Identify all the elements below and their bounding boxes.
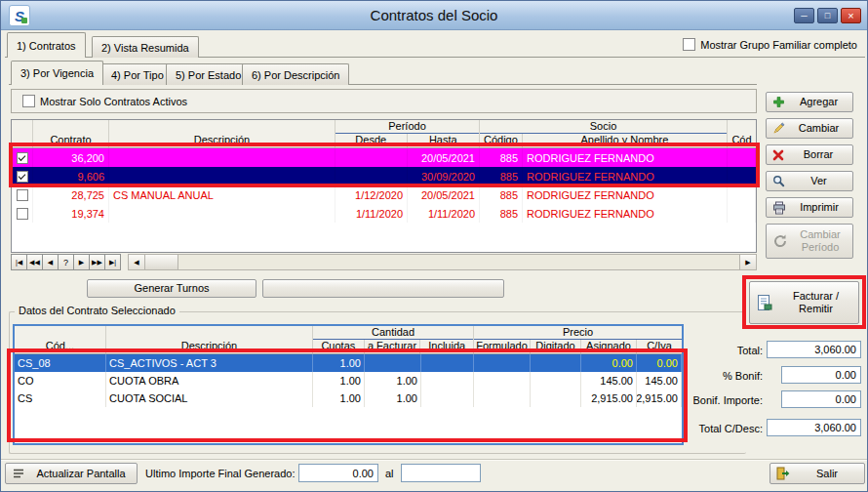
al-label: al — [385, 468, 394, 479]
total-desc-field[interactable]: 3,060.00 — [767, 419, 861, 436]
row-1-checkbox[interactable] — [17, 152, 28, 164]
vcr-first-button[interactable]: |◀ — [11, 254, 27, 270]
detalle-row-1-asignado: 0.00 — [581, 354, 637, 372]
solo-activos-checkbox[interactable]: Mostrar Solo Contratos Activos — [22, 95, 187, 107]
contratos-grid: Contrato Descripción Período Desde Hasta… — [11, 119, 757, 253]
row-4-hasta: 1/11/2020 — [408, 204, 480, 223]
solo-activos-checkbox-box[interactable] — [22, 95, 35, 107]
refresh-arrows-icon — [772, 233, 788, 249]
detalle-row-2-asignado: 145.00 — [581, 372, 637, 390]
row-4-checkbox[interactable] — [17, 208, 28, 220]
row-2-codigo: 885 — [480, 167, 523, 185]
detalle-header-incluida[interactable]: Incluida — [420, 340, 473, 353]
row-3-nombre: RODRIGUEZ FERNANDO — [523, 185, 728, 204]
bonif-importe-label: Bonif. Importe: — [645, 394, 763, 406]
generar-turnos-button[interactable]: Generar Turnos — [87, 279, 256, 298]
cambiar-button[interactable]: Cambiar — [766, 118, 853, 139]
vcr-page-up-button[interactable]: ◀◀ — [26, 254, 43, 270]
secondary-action-button[interactable] — [262, 279, 504, 298]
detalle-row-2-incluida — [421, 372, 474, 390]
scrollbar-thumb[interactable] — [145, 255, 178, 269]
vcr-page-down-button[interactable]: ▶▶ — [89, 254, 105, 270]
row-3-checkbox[interactable] — [17, 189, 28, 201]
detalle-row-1[interactable]: CS_08 CS_ACTIVOS - ACT 3 1.00 0.00 0.00 — [15, 354, 682, 372]
horizontal-scrollbar[interactable]: ◀ ▶ — [128, 254, 757, 270]
bonif-label: % Bonif: — [645, 370, 763, 382]
detalle-header-formulado[interactable]: Formulado — [474, 340, 531, 353]
total-label: Total: — [645, 345, 763, 356]
contrato-row-3[interactable]: 28,725 CS MANUAL ANUAL 1/12/2020 20/05/2… — [12, 185, 756, 204]
bonif-importe-field[interactable]: 0.00 — [781, 390, 861, 408]
tab-contratos[interactable]: 1) Contratos — [7, 32, 86, 58]
scroll-right-icon[interactable]: ▶ — [739, 255, 756, 269]
ultimo-importe-field[interactable]: 0.00 — [298, 464, 378, 482]
contrato-row-1[interactable]: 36,200 20/05/2021 885 RODRIGUEZ FERNANDO — [12, 148, 756, 167]
header-apellido-nombre[interactable]: Apellido y Nombre — [523, 134, 727, 147]
detalle-header-a-facturar[interactable]: a Facturar — [365, 340, 421, 353]
contrato-row-4[interactable]: 19,374 1/11/2020 1/11/2020 885 RODRIGUEZ… — [12, 204, 756, 223]
imprimir-label: Imprimir — [786, 201, 852, 214]
total-field[interactable]: 3,060.00 — [767, 341, 861, 358]
header-cod-truncated: Cód — [728, 120, 756, 147]
detalle-header-descripcion[interactable]: Descripción — [106, 326, 313, 353]
header-hasta[interactable]: Hasta — [408, 134, 480, 147]
tab-por-estado[interactable]: 5) Por Estado — [166, 63, 251, 85]
detalle-row-3-incluida — [421, 390, 474, 407]
detalle-row-3-digitado — [531, 390, 581, 407]
vcr-locate-button[interactable]: ? — [58, 254, 74, 270]
facturar-remitir-button[interactable]: Facturar /Remitir — [749, 281, 859, 324]
invoice-document-icon — [756, 294, 773, 311]
row-3-desde: 1/12/2020 — [335, 185, 408, 204]
row-2-hasta: 30/09/2020 — [408, 167, 480, 185]
detalle-row-3-asignado: 2,915.00 — [581, 390, 637, 407]
scroll-left-icon[interactable]: ◀ — [129, 255, 145, 269]
detalle-row-3[interactable]: CS CUOTA SOCIAL 1.00 1.00 2,915.00 2,915… — [15, 390, 682, 407]
header-periodo-label: Período — [335, 120, 479, 134]
cambiar-periodo-button[interactable]: CambiarPeríodo — [766, 224, 853, 259]
header-descripcion[interactable]: Descripción — [109, 120, 335, 147]
actualizar-pantalla-button[interactable]: Actualizar Pantalla — [5, 463, 138, 484]
row-2-descripcion — [109, 167, 335, 185]
grupo-familiar-checkbox-box[interactable] — [683, 38, 695, 51]
detalle-header-cuotas[interactable]: Cuotas — [313, 340, 365, 353]
tab-vista-resumida[interactable]: 2) Vista Resumida — [92, 36, 199, 58]
vcr-last-button[interactable]: ▶| — [104, 254, 121, 270]
borrar-button[interactable]: Borrar — [766, 144, 853, 165]
magnifier-icon — [772, 175, 785, 187]
tab-por-tipo[interactable]: 4) Por Tipo — [101, 63, 174, 85]
detalle-header-cod[interactable]: Cód... — [15, 326, 106, 353]
detalle-header: Cód... Descripción Cantidad Cuotas a Fac… — [15, 326, 682, 354]
bonif-field[interactable]: 0.00 — [781, 366, 861, 384]
header-contrato[interactable]: Contrato — [33, 120, 109, 147]
minimize-icon: ─ — [801, 11, 807, 20]
facturar-label-2: Remitir — [799, 303, 833, 314]
borrar-label: Borrar — [784, 148, 852, 161]
salir-button[interactable]: Salir — [769, 463, 865, 484]
detalle-header-asignado[interactable]: Asignado — [581, 340, 637, 353]
imprimir-button[interactable]: Imprimir — [766, 197, 853, 218]
tab-por-descripcion[interactable]: 6) Por Descripción — [242, 63, 349, 85]
cambiar-periodo-label-1: Cambiar — [800, 228, 841, 240]
row-4-nombre: RODRIGUEZ FERNANDO — [523, 204, 728, 223]
contrato-row-2[interactable]: 9,606 30/09/2020 885 RODRIGUEZ FERNANDO — [12, 167, 756, 185]
close-button[interactable]: × — [841, 8, 861, 23]
header-desde[interactable]: Desde — [335, 134, 408, 147]
ver-button[interactable]: Ver — [766, 171, 853, 191]
grupo-familiar-checkbox[interactable]: Mostrar Grupo Familiar completo — [683, 38, 857, 51]
delete-x-icon — [772, 149, 784, 161]
detalle-row-2-a-facturar: 1.00 — [365, 372, 421, 390]
detalle-row-2[interactable]: CO CUOTA OBRA 1.00 1.00 145.00 145.00 — [15, 372, 682, 390]
maximize-button[interactable]: □ — [817, 8, 838, 23]
tab-por-vigencia[interactable]: 3) Por Vigencia — [11, 61, 103, 85]
ultimo-importe-label: Ultimo Importe Final Generado: — [145, 468, 295, 479]
agregar-button[interactable]: Agregar — [766, 92, 853, 112]
bottom-divider — [1, 459, 867, 460]
header-codigo[interactable]: Código — [480, 134, 523, 147]
minimize-button[interactable]: ─ — [794, 8, 814, 23]
detalle-header-digitado[interactable]: Digitado — [531, 340, 581, 353]
vcr-next-button[interactable]: ▶ — [73, 254, 90, 270]
tab-vista-resumida-label: 2) Vista Resumida — [101, 42, 189, 54]
al-field[interactable] — [401, 464, 481, 482]
vcr-prev-button[interactable]: ◀ — [42, 254, 59, 270]
row-2-checkbox[interactable] — [17, 171, 28, 183]
